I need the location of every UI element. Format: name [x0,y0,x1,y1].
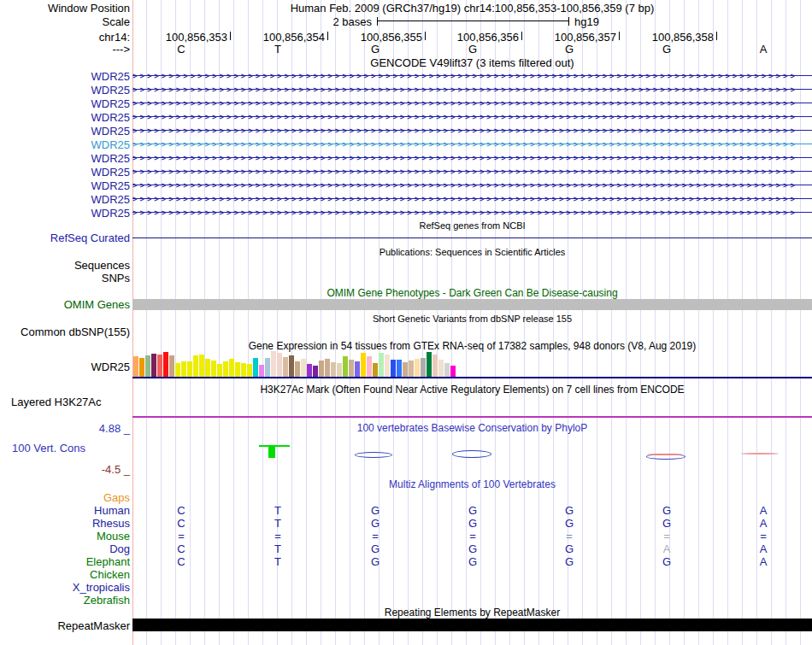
conservation-positive-box[interactable] [268,445,275,458]
gtex-tissue-bar[interactable] [337,363,342,377]
repeatmasker-label[interactable]: RepeatMasker [0,619,130,632]
gtex-tissue-bar[interactable] [235,362,240,377]
gtex-tissue-bar[interactable] [450,366,456,377]
gtex-tissue-bar[interactable] [343,356,348,377]
gtex-tissue-bar[interactable] [295,361,300,377]
refseq-gene-line[interactable] [132,237,812,238]
gtex-tissue-bar[interactable] [391,360,396,377]
conservation-negative-line-1[interactable] [647,454,683,455]
gencode-gene-arrow-line[interactable]: >>>>>>>>>>>>>>>>>>>>>>>>>>>>>>>>>>>>>>>>… [132,192,812,206]
conservation-track-label[interactable]: 100 Vert. Cons [12,442,85,454]
gtex-tissue-bar[interactable] [397,360,402,377]
species-label[interactable]: Mouse [0,531,130,542]
omim-genes-label[interactable]: OMIM Genes [0,298,130,311]
gtex-tissue-bar[interactable] [265,358,270,377]
gtex-tissue-bar[interactable] [367,356,372,377]
gencode-gene-arrow-line[interactable]: >>>>>>>>>>>>>>>>>>>>>>>>>>>>>>>>>>>>>>>>… [132,179,812,192]
gencode-gene-label[interactable]: WDR25 [0,111,130,124]
gtex-tissue-bar[interactable] [432,355,438,377]
conservation-lens-1[interactable] [355,452,392,458]
gencode-gene-label[interactable]: WDR25 [0,138,130,151]
species-label[interactable]: Gaps [0,492,130,504]
gencode-gene-label[interactable]: WDR25 [0,166,130,179]
gtex-tissue-bar[interactable] [373,363,378,377]
species-label[interactable]: X_tropicalis [0,582,130,594]
gtex-tissue-bar[interactable] [229,359,234,377]
gtex-tissue-bar[interactable] [241,363,246,377]
species-label[interactable]: Zebrafish [0,595,130,607]
omim-gene-bar[interactable] [132,299,812,310]
gtex-tissue-bar[interactable] [157,355,162,377]
gtex-tissue-bar[interactable] [438,360,444,377]
gtex-tissue-bar[interactable] [379,353,384,377]
h3k27ac-label[interactable]: Layered H3K27Ac [11,396,102,408]
species-label[interactable]: Human [0,505,130,517]
gtex-tissue-bar[interactable] [211,361,216,377]
gtex-tissue-bar[interactable] [181,361,186,377]
gtex-tissue-bar[interactable] [289,355,294,377]
gtex-tissue-bar[interactable] [427,352,432,377]
dbsnp-label[interactable]: Common dbSNP(155) [0,325,130,338]
gtex-tissue-bar[interactable] [307,364,312,377]
species-label[interactable]: Elephant [0,556,130,568]
repeatmasker-bar[interactable] [132,619,812,631]
gtex-tissue-bar[interactable] [403,362,408,377]
gencode-gene-arrow-line[interactable]: >>>>>>>>>>>>>>>>>>>>>>>>>>>>>>>>>>>>>>>>… [132,83,812,97]
gtex-tissue-bar[interactable] [277,353,282,377]
gtex-tissue-bar[interactable] [199,355,204,377]
gtex-tissue-bar[interactable] [283,357,288,377]
gencode-gene-label[interactable]: WDR25 [0,179,130,192]
gtex-tissue-bar[interactable] [169,355,174,377]
gencode-gene-label[interactable]: WDR25 [0,193,130,206]
conservation-lens-2[interactable] [452,450,491,458]
gtex-tissue-bar[interactable] [319,361,324,377]
gtex-tissue-bar[interactable] [361,353,366,377]
h3k27ac-signal-line[interactable] [132,416,812,418]
species-label[interactable]: Rhesus [0,518,130,530]
sequences-label[interactable]: Sequences [0,259,130,272]
gtex-tissue-bar[interactable] [175,363,180,377]
gencode-gene-arrow-line[interactable]: >>>>>>>>>>>>>>>>>>>>>>>>>>>>>>>>>>>>>>>>… [132,97,812,110]
gtex-tissue-bar[interactable] [271,351,276,377]
gtex-tissue-bar[interactable] [163,352,168,377]
gtex-gene-label[interactable]: WDR25 [0,361,130,373]
gtex-tissue-bar[interactable] [313,366,318,377]
gtex-tissue-bar[interactable] [421,358,426,377]
species-label[interactable]: Dog [0,543,130,555]
gencode-gene-arrow-line[interactable]: >>>>>>>>>>>>>>>>>>>>>>>>>>>>>>>>>>>>>>>>… [132,110,812,124]
gtex-tissue-bar[interactable] [331,362,336,377]
gtex-tissue-bar[interactable] [247,364,252,377]
gtex-tissue-bar[interactable] [259,365,264,377]
gtex-tissue-bar[interactable] [139,358,144,377]
gencode-gene-label[interactable]: WDR25 [0,207,130,220]
gtex-tissue-bar[interactable] [145,355,150,377]
gtex-tissue-bar[interactable] [193,355,198,377]
refseq-curated-label[interactable]: RefSeq Curated [0,232,130,244]
gencode-gene-label[interactable]: WDR25 [0,125,130,138]
gencode-gene-label[interactable]: WDR25 [0,70,130,83]
gtex-tissue-bar[interactable] [444,363,450,377]
gtex-tissue-bar[interactable] [415,359,420,377]
gtex-tissue-bar[interactable] [349,360,354,377]
gtex-tissue-bar[interactable] [223,361,228,377]
species-label[interactable]: Chicken [0,569,130,581]
gtex-tissue-bar[interactable] [355,361,360,377]
gencode-gene-label[interactable]: WDR25 [0,97,130,110]
gtex-tissue-bar[interactable] [217,364,222,377]
conservation-negative-line-2[interactable] [741,453,779,454]
snps-label[interactable]: SNPs [0,272,130,284]
gtex-tissue-bar[interactable] [325,359,330,377]
strand-arrow-label[interactable]: ---> [0,43,130,56]
gtex-tissue-bar[interactable] [301,359,306,377]
gencode-gene-arrow-line[interactable]: >>>>>>>>>>>>>>>>>>>>>>>>>>>>>>>>>>>>>>>>… [132,165,812,179]
gtex-tissue-bar[interactable] [385,355,390,377]
gencode-gene-arrow-line[interactable]: >>>>>>>>>>>>>>>>>>>>>>>>>>>>>>>>>>>>>>>>… [132,124,812,138]
gtex-tissue-bar[interactable] [253,358,258,377]
gencode-gene-label[interactable]: WDR25 [0,152,130,165]
gencode-gene-arrow-line[interactable]: >>>>>>>>>>>>>>>>>>>>>>>>>>>>>>>>>>>>>>>>… [132,151,812,165]
gencode-gene-arrow-line[interactable]: >>>>>>>>>>>>>>>>>>>>>>>>>>>>>>>>>>>>>>>>… [132,206,812,220]
gtex-tissue-bar[interactable] [205,359,210,377]
gencode-gene-arrow-line[interactable]: >>>>>>>>>>>>>>>>>>>>>>>>>>>>>>>>>>>>>>>>… [132,138,812,151]
gtex-tissue-bar[interactable] [151,354,156,377]
gencode-gene-arrow-line[interactable]: >>>>>>>>>>>>>>>>>>>>>>>>>>>>>>>>>>>>>>>>… [132,69,812,83]
